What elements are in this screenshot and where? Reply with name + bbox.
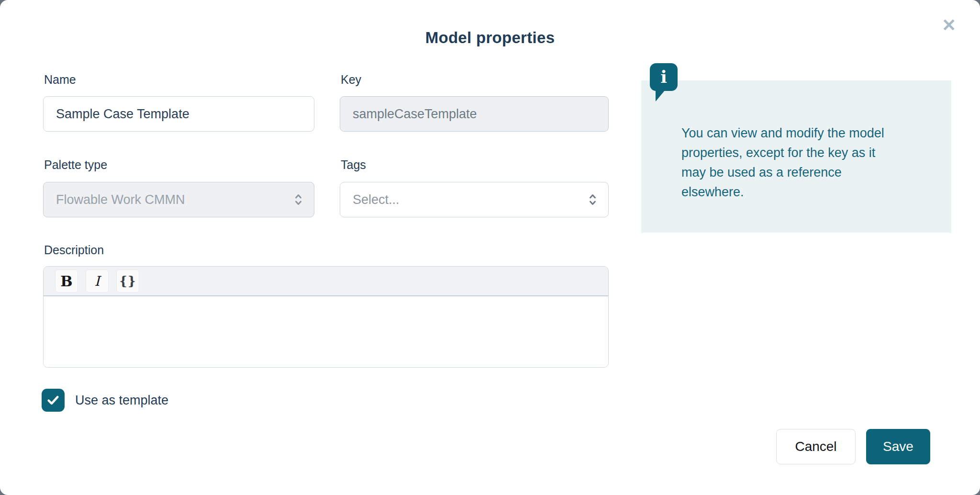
info-icon: i	[650, 63, 678, 91]
save-button[interactable]: Save	[866, 429, 930, 464]
description-toolbar: B I {}	[44, 267, 608, 296]
use-as-template-checkbox[interactable]	[42, 389, 65, 412]
name-label: Name	[44, 73, 76, 87]
palette-type-value: Flowable Work CMMN	[56, 192, 185, 207]
tags-select[interactable]: Select...	[340, 182, 609, 217]
key-field	[340, 96, 609, 132]
select-chevron-icon	[294, 192, 302, 207]
use-as-template-label: Use as template	[75, 393, 168, 408]
tags-placeholder: Select...	[353, 192, 400, 207]
model-properties-dialog: Model properties ✕ Name Key Palette type…	[0, 0, 980, 495]
code-button[interactable]: {}	[116, 270, 139, 292]
code-braces-icon: {}	[119, 274, 136, 288]
checkmark-icon	[46, 393, 60, 407]
cancel-button[interactable]: Cancel	[776, 429, 856, 464]
bold-button[interactable]: B	[55, 270, 78, 292]
use-as-template-checkbox-row[interactable]: Use as template	[42, 389, 168, 412]
bold-icon: B	[60, 273, 72, 290]
description-field[interactable]	[44, 296, 608, 367]
select-chevron-icon	[589, 192, 597, 207]
name-field[interactable]	[43, 96, 314, 132]
palette-type-label: Palette type	[44, 158, 107, 172]
tags-label: Tags	[341, 158, 366, 172]
palette-type-select: Flowable Work CMMN	[43, 182, 314, 217]
key-label: Key	[341, 73, 361, 87]
close-icon: ✕	[942, 17, 956, 34]
info-text: You can view and modify the model proper…	[681, 124, 892, 202]
page-title: Model properties	[0, 29, 980, 47]
italic-button[interactable]: I	[86, 270, 109, 292]
italic-icon: I	[94, 273, 100, 289]
description-label: Description	[44, 243, 104, 257]
close-button[interactable]: ✕	[936, 12, 962, 38]
info-panel: You can view and modify the model proper…	[641, 80, 951, 233]
description-editor: B I {}	[43, 266, 609, 368]
